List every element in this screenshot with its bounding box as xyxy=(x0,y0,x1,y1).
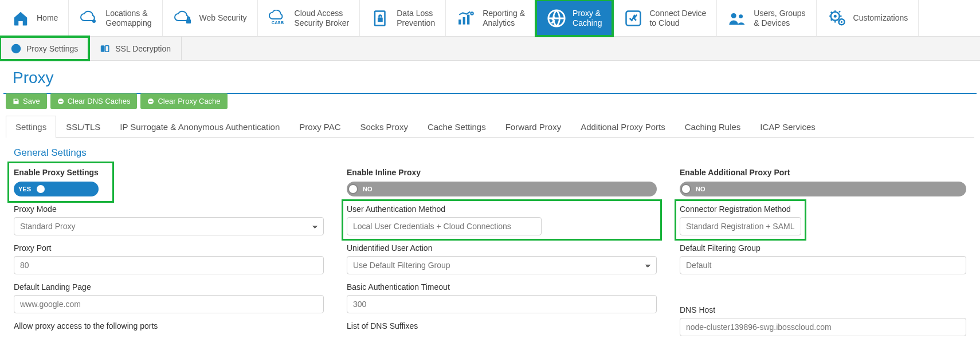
nav-locations[interactable]: Locations &Geomapping xyxy=(69,0,162,36)
home-icon xyxy=(10,8,31,29)
tab-label: Cache Settings xyxy=(428,122,486,132)
cloud-lock-icon xyxy=(173,8,194,29)
minus-circle-icon xyxy=(147,98,154,105)
nav-reporting[interactable]: Reporting &Analytics xyxy=(446,0,536,36)
nav-dlp[interactable]: Data LossPrevention xyxy=(360,0,446,36)
svg-point-8 xyxy=(471,12,473,14)
sub-nav: Proxy Settings SSL Decryption xyxy=(0,37,980,61)
enable-proxy-toggle[interactable]: YES xyxy=(14,182,99,196)
nav-customizations[interactable]: Customizations xyxy=(817,0,919,36)
clear-dns-button[interactable]: Clear DNS Caches xyxy=(50,93,138,109)
nav-label: Connect Device xyxy=(649,9,706,18)
connector-input[interactable] xyxy=(680,217,801,235)
column-2: Enable Inline Proxy NO User Authenticati… xyxy=(347,168,657,336)
toggle-knob-icon xyxy=(681,184,691,194)
tab-forward-proxy[interactable]: Forward Proxy xyxy=(496,116,571,137)
enable-inline-toggle[interactable]: NO xyxy=(347,182,657,196)
tab-label: Caching Rules xyxy=(685,122,741,132)
save-button[interactable]: Save xyxy=(6,93,47,109)
dns-host-input[interactable] xyxy=(680,318,966,336)
basic-auth-input[interactable] xyxy=(347,295,657,313)
top-nav: Home Locations &Geomapping Web Security … xyxy=(0,0,980,37)
svg-rect-19 xyxy=(105,45,109,52)
nav-users-groups[interactable]: Users, Groups& Devices xyxy=(717,0,816,36)
tab-proxy-pac[interactable]: Proxy PAC xyxy=(289,116,350,137)
toggle-knob-icon xyxy=(36,184,46,194)
toggle-label: NO xyxy=(692,186,709,192)
tab-label: Forward Proxy xyxy=(505,122,562,132)
nav-label: Web Security xyxy=(199,13,247,22)
connect-icon xyxy=(623,8,644,29)
landing-page-input[interactable] xyxy=(14,295,324,313)
nav-home[interactable]: Home xyxy=(0,0,69,36)
svg-rect-5 xyxy=(458,19,461,25)
auth-method-input[interactable] xyxy=(347,217,542,235)
nav-web-security[interactable]: Web Security xyxy=(163,0,258,36)
svg-point-14 xyxy=(833,14,836,17)
tab-cache-settings[interactable]: Cache Settings xyxy=(418,116,496,137)
enable-inline-label: Enable Inline Proxy xyxy=(347,168,657,177)
allow-ports-label: Allow proxy access to the following port… xyxy=(14,321,324,330)
nav-proxy-caching[interactable]: Proxy &Caching xyxy=(536,0,613,36)
unidentified-select[interactable]: Use Default Filtering Group xyxy=(347,256,657,274)
nav-label: Home xyxy=(37,13,58,22)
nav-label2: & Devices xyxy=(754,18,805,27)
content-area: General Settings Enable Proxy Settings Y… xyxy=(0,138,980,345)
connector-label: Connector Registration Method xyxy=(680,204,801,214)
svg-rect-1 xyxy=(186,19,191,23)
svg-rect-18 xyxy=(101,45,105,52)
basic-auth-label: Basic Authentication Timeout xyxy=(347,282,657,292)
toggle-knob-icon xyxy=(348,184,358,194)
svg-rect-23 xyxy=(149,101,152,102)
nav-label2: Analytics xyxy=(483,18,525,27)
save-icon xyxy=(13,98,19,105)
column-1: Enable Proxy Settings YES Proxy Mode Sta… xyxy=(14,168,324,336)
svg-rect-6 xyxy=(463,17,465,24)
tab-settings[interactable]: Settings xyxy=(6,116,56,138)
nav-label2: to Cloud xyxy=(649,18,706,27)
tab-label: Settings xyxy=(15,122,46,132)
action-bar: Save Clear DNS Caches Clear Proxy Cache xyxy=(0,93,980,109)
tab-socks-proxy[interactable]: Socks Proxy xyxy=(351,116,418,137)
filtering-group-label: Default Filtering Group xyxy=(680,243,966,253)
tab-ip-surrogate[interactable]: IP Surrogate & Anonymous Authentication xyxy=(110,116,289,137)
button-label: Clear Proxy Cache xyxy=(158,97,220,105)
page-title: Proxy xyxy=(3,61,977,94)
nav-label: Reporting & xyxy=(483,9,525,18)
minus-circle-icon xyxy=(57,98,64,105)
nav-label: Cloud Access xyxy=(295,9,350,18)
proxy-mode-select[interactable]: Standard Proxy xyxy=(14,217,324,235)
nav-label2: Geomapping xyxy=(105,18,151,27)
tab-label: IP Surrogate & Anonymous Authentication xyxy=(120,122,280,132)
tab-label: SSL/TLS xyxy=(66,122,100,132)
landing-page-label: Default Landing Page xyxy=(14,282,324,292)
svg-text:CASB: CASB xyxy=(271,20,284,25)
users-icon xyxy=(727,8,748,29)
nav-label2: Caching xyxy=(573,18,602,27)
tab-ssl-tls[interactable]: SSL/TLS xyxy=(56,116,110,137)
column-3: Enable Additional Proxy Port NO Connecto… xyxy=(680,168,966,336)
nav-casb[interactable]: CASB Cloud AccessSecurity Broker xyxy=(258,0,360,36)
cloud-pin-icon xyxy=(79,8,100,29)
nav-label: Customizations xyxy=(853,13,908,22)
casb-icon: CASB xyxy=(268,8,289,29)
tab-label: ICAP Services xyxy=(760,122,815,132)
svg-rect-4 xyxy=(378,17,383,22)
nav-connect-device[interactable]: Connect Deviceto Cloud xyxy=(613,0,717,36)
enable-addl-port-toggle[interactable]: NO xyxy=(680,182,966,196)
nav-label2: Prevention xyxy=(397,18,435,27)
dns-suffixes-label: List of DNS Suffixes xyxy=(347,321,657,330)
subnav-ssl-decryption[interactable]: SSL Decryption xyxy=(89,37,182,60)
dns-host-label: DNS Host xyxy=(680,305,966,314)
subnav-proxy-settings[interactable]: Proxy Settings xyxy=(0,37,89,60)
tab-label: Socks Proxy xyxy=(360,122,408,132)
proxy-port-input[interactable] xyxy=(14,256,324,274)
tab-caching-rules[interactable]: Caching Rules xyxy=(675,116,751,137)
section-title: General Settings xyxy=(14,147,966,159)
tab-icap-services[interactable]: ICAP Services xyxy=(750,116,825,137)
filtering-group-input[interactable] xyxy=(680,256,966,274)
tab-additional-ports[interactable]: Additional Proxy Ports xyxy=(571,116,675,137)
gear-icon xyxy=(827,8,848,29)
svg-point-12 xyxy=(739,14,743,18)
clear-proxy-button[interactable]: Clear Proxy Cache xyxy=(140,93,227,109)
